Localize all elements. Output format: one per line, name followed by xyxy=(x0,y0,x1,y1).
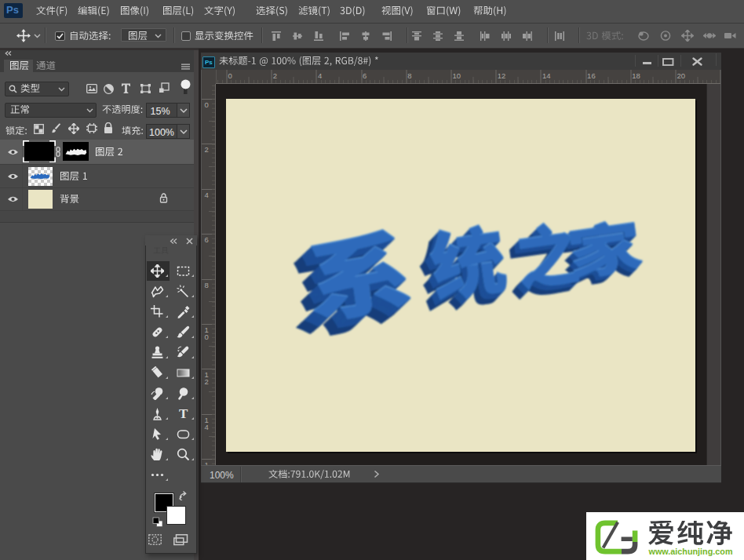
svg-text:T: T xyxy=(179,407,188,420)
